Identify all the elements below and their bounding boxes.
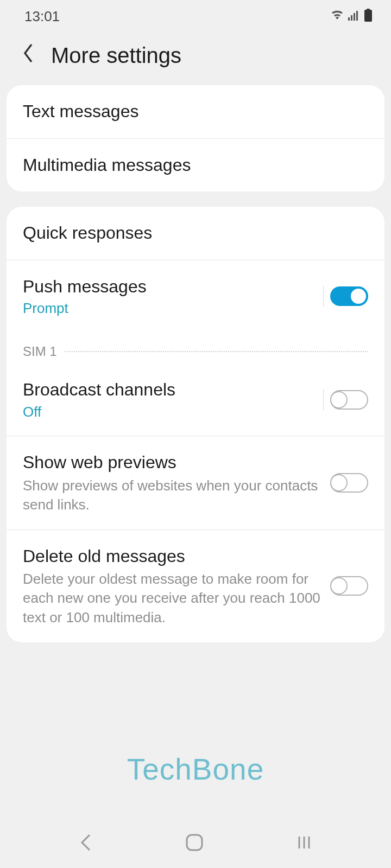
dotted-divider bbox=[65, 351, 368, 352]
delete-old-messages-item[interactable]: Delete old messages Delete your oldest m… bbox=[7, 530, 384, 642]
svg-rect-0 bbox=[348, 17, 350, 21]
status-time: 13:01 bbox=[24, 8, 60, 25]
status-bar: 13:01 bbox=[0, 0, 391, 33]
text-messages-item[interactable]: Text messages bbox=[7, 85, 384, 139]
sim-section-label: SIM 1 bbox=[7, 332, 384, 363]
nav-back-icon[interactable] bbox=[79, 833, 93, 854]
page-title: More settings bbox=[51, 43, 181, 68]
nav-home-icon[interactable] bbox=[185, 833, 204, 854]
nav-bar bbox=[0, 819, 391, 868]
svg-rect-5 bbox=[364, 10, 372, 22]
delete-old-messages-label: Delete old messages bbox=[23, 545, 330, 568]
push-messages-item[interactable]: Push messages Prompt bbox=[7, 260, 384, 333]
multimedia-messages-item[interactable]: Multimedia messages bbox=[7, 139, 384, 192]
svg-rect-2 bbox=[354, 13, 355, 21]
push-messages-label: Push messages bbox=[23, 276, 323, 298]
delete-old-messages-toggle[interactable] bbox=[330, 576, 368, 596]
show-web-previews-label: Show web previews bbox=[23, 451, 330, 474]
header: More settings bbox=[0, 33, 391, 85]
back-icon[interactable] bbox=[22, 42, 35, 69]
show-web-previews-item[interactable]: Show web previews Show previews of websi… bbox=[7, 436, 384, 530]
sim-label-text: SIM 1 bbox=[23, 344, 57, 359]
show-web-previews-description: Show previews of websites when your cont… bbox=[23, 476, 330, 514]
svg-rect-6 bbox=[187, 835, 202, 850]
watermark: TechBone bbox=[0, 752, 391, 787]
toggle-separator bbox=[323, 285, 324, 307]
toggle-separator bbox=[323, 389, 324, 411]
quick-responses-label: Quick responses bbox=[23, 222, 368, 245]
push-messages-toggle[interactable] bbox=[330, 286, 368, 306]
delete-old-messages-description: Delete your oldest message to make room … bbox=[23, 570, 330, 627]
broadcast-channels-item[interactable]: Broadcast channels Off bbox=[7, 363, 384, 436]
multimedia-messages-label: Multimedia messages bbox=[23, 154, 368, 177]
svg-rect-3 bbox=[356, 11, 358, 21]
battery-icon bbox=[364, 9, 372, 24]
nav-recents-icon[interactable] bbox=[296, 834, 312, 853]
text-messages-label: Text messages bbox=[23, 100, 368, 123]
wifi-icon bbox=[331, 10, 344, 23]
status-icons bbox=[331, 9, 372, 24]
svg-rect-1 bbox=[351, 15, 352, 21]
settings-group-2: Quick responses Push messages Prompt SIM… bbox=[7, 207, 384, 642]
signal-icon bbox=[348, 10, 360, 23]
broadcast-channels-label: Broadcast channels bbox=[23, 379, 323, 401]
broadcast-channels-subtitle: Off bbox=[23, 404, 323, 420]
show-web-previews-toggle[interactable] bbox=[330, 473, 368, 493]
settings-group-1: Text messages Multimedia messages bbox=[7, 85, 384, 192]
quick-responses-item[interactable]: Quick responses bbox=[7, 207, 384, 260]
broadcast-channels-toggle[interactable] bbox=[330, 390, 368, 410]
push-messages-subtitle: Prompt bbox=[23, 300, 323, 317]
